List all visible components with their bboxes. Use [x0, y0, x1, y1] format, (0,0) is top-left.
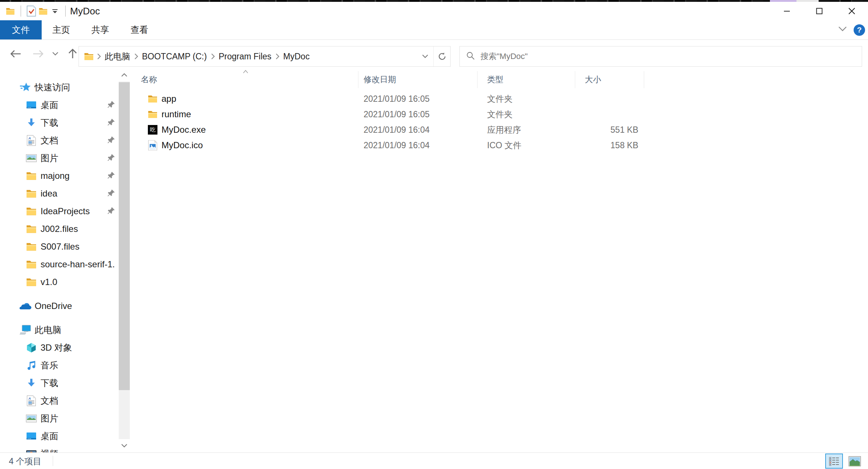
address-folder-icon: [83, 52, 95, 60]
close-button[interactable]: [836, 2, 868, 20]
forward-button[interactable]: [31, 46, 45, 61]
qat-customize-dropdown[interactable]: [49, 4, 61, 18]
sidebar-item-v1-0[interactable]: v1.0: [0, 273, 119, 291]
column-header-name[interactable]: 名称: [132, 71, 358, 88]
sidebar-item-idea[interactable]: idea: [0, 185, 119, 202]
refresh-button[interactable]: [433, 46, 450, 66]
sidebar-item-pictures[interactable]: 图片: [0, 149, 119, 167]
sidebar-item-onedrive[interactable]: OneDrive: [0, 297, 119, 315]
file-row-runtime[interactable]: runtime2021/01/09 16:05文件夹: [132, 107, 868, 122]
sidebar-item-documents[interactable]: A文档: [0, 132, 119, 149]
breadcrumb-bootcamp-c[interactable]: BOOTCAMP (C:): [140, 52, 209, 62]
sidebar-item-documents-2[interactable]: A文档: [0, 392, 119, 410]
sidebar-item-j002-files[interactable]: J002.files: [0, 220, 119, 238]
folder-icon: [25, 171, 38, 180]
explorer-folder-icon: [4, 4, 16, 18]
sidebar-item-source-han-serif[interactable]: source-han-serif-1.: [0, 256, 119, 273]
sidebar-scrollbar[interactable]: [119, 68, 130, 452]
tab-home[interactable]: 主页: [42, 20, 81, 39]
sidebar-item-label: 图片: [41, 413, 58, 424]
tab-share[interactable]: 共享: [81, 20, 120, 39]
sidebar-item-3d-objects[interactable]: 3D 对象: [0, 339, 119, 357]
sidebar-item-ideaprojects[interactable]: IdeaProjects: [0, 202, 119, 220]
ico-icon: [147, 140, 158, 150]
qat-properties-button[interactable]: [25, 4, 37, 18]
column-header-date[interactable]: 修改日期: [358, 71, 478, 88]
file-name-label: runtime: [162, 109, 191, 119]
back-button[interactable]: [9, 46, 22, 61]
pin-icon: [107, 136, 115, 144]
sidebar-item-pictures-2[interactable]: 图片: [0, 410, 119, 427]
chevron-right-icon: [274, 53, 281, 60]
recent-locations-dropdown[interactable]: [51, 46, 60, 61]
content-area: 快速访问桌面下载A文档图片majongideaIdeaProjectsJ002.…: [0, 68, 868, 452]
maximize-button[interactable]: [803, 2, 836, 20]
sidebar-item-downloads[interactable]: 下载: [0, 114, 119, 132]
documents-icon: A: [25, 395, 38, 406]
folder-icon: [25, 225, 38, 233]
pin-icon: [107, 207, 115, 215]
sidebar-item-desktop[interactable]: 桌面: [0, 96, 119, 114]
file-type-cell: ICO 文件: [478, 140, 575, 151]
sidebar-item-label: 桌面: [41, 430, 58, 442]
folder-icon: [25, 260, 38, 269]
title-bar: MyDoc: [0, 2, 868, 20]
status-bar: 4 个项目: [0, 452, 868, 469]
help-button[interactable]: ?: [854, 24, 865, 36]
breadcrumb-program-files[interactable]: Program Files: [216, 52, 274, 62]
file-row-mydoc-exe[interactable]: 吃MyDoc.exe2021/01/09 16:04应用程序551 KB: [132, 122, 868, 138]
sidebar-item-label: 文档: [41, 135, 58, 146]
minimize-button[interactable]: [771, 2, 803, 20]
scroll-down-arrow-icon[interactable]: [119, 439, 130, 452]
file-name-cell: runtime: [132, 109, 358, 119]
file-name-label: app: [162, 94, 176, 104]
pin-icon: [107, 189, 115, 197]
search-input[interactable]: [480, 46, 862, 66]
column-header-size[interactable]: 大小: [575, 71, 644, 88]
ribbon-tab-row: 文件主页共享查看: [0, 20, 868, 40]
chevron-right-icon: [132, 53, 140, 60]
sidebar-item-downloads-2[interactable]: 下载: [0, 374, 119, 392]
ribbon-expand-button[interactable]: [837, 25, 848, 34]
onedrive-icon: [19, 302, 32, 310]
sidebar-item-label: 文档: [41, 395, 58, 407]
file-list-pane: 名称修改日期类型大小 app2021/01/09 16:05文件夹runtime…: [132, 68, 868, 452]
breadcrumb-mydoc[interactable]: MyDoc: [281, 52, 312, 62]
sidebar-item-quick-access[interactable]: 快速访问: [0, 79, 119, 96]
divider: [53, 456, 53, 466]
svg-text:A: A: [28, 136, 31, 140]
file-row-app[interactable]: app2021/01/09 16:05文件夹: [132, 91, 868, 107]
details-view-button[interactable]: [825, 454, 843, 469]
sidebar-item-this-pc[interactable]: 此电脑: [0, 321, 119, 339]
3d-objects-icon: [25, 343, 38, 353]
scroll-up-arrow-icon[interactable]: [119, 68, 130, 81]
svg-text:A: A: [28, 397, 31, 400]
sidebar-item-videos[interactable]: 视频: [0, 445, 119, 452]
pin-icon: [107, 118, 115, 126]
sidebar-item-label: 下载: [41, 377, 58, 389]
address-dropdown-button[interactable]: [417, 46, 433, 66]
sidebar-item-s007-files[interactable]: S007.files: [0, 238, 119, 256]
file-size-cell: 551 KB: [575, 125, 644, 135]
file-name-cell: app: [132, 94, 358, 104]
column-header-type[interactable]: 类型: [478, 71, 575, 88]
folder-icon: [25, 207, 38, 216]
navigation-bar: 此电脑BOOTCAMP (C:)Program FilesMyDoc: [0, 40, 868, 68]
folder-icon: [25, 242, 38, 251]
pin-icon: [107, 154, 115, 162]
scrollbar-thumb[interactable]: [119, 82, 130, 390]
breadcrumb-this-pc[interactable]: 此电脑: [103, 51, 132, 62]
address-bar[interactable]: 此电脑BOOTCAMP (C:)Program FilesMyDoc: [79, 46, 451, 67]
file-row-mydoc-ico[interactable]: MyDoc.ico2021/01/09 16:04ICO 文件158 KB: [132, 138, 868, 153]
thumbnails-view-button[interactable]: [846, 454, 864, 469]
sidebar-item-majong[interactable]: majong: [0, 167, 119, 185]
tab-view[interactable]: 查看: [120, 20, 159, 39]
qat-new-folder-button[interactable]: [37, 4, 49, 18]
up-button[interactable]: [66, 46, 79, 61]
sidebar-item-desktop-2[interactable]: 桌面: [0, 427, 119, 445]
file-name-cell: 吃MyDoc.exe: [132, 125, 358, 135]
file-type-cell: 文件夹: [478, 109, 575, 120]
navigation-pane: 快速访问桌面下载A文档图片majongideaIdeaProjectsJ002.…: [0, 68, 119, 452]
tab-file[interactable]: 文件: [0, 20, 42, 39]
sidebar-item-music[interactable]: 音乐: [0, 357, 119, 374]
